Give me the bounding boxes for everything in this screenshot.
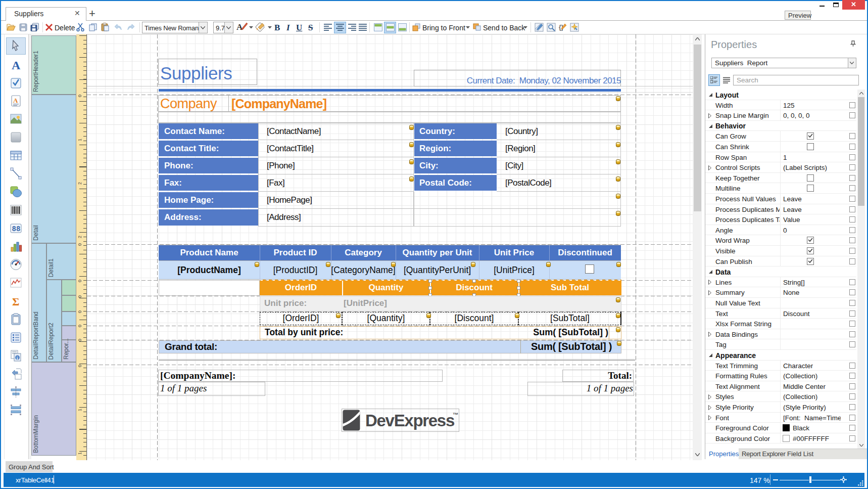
svg-text:A: A — [12, 59, 21, 70]
svg-text:A: A — [13, 97, 18, 104]
svg-text:88: 88 — [12, 225, 21, 233]
svg-text:Σ: Σ — [12, 295, 19, 307]
